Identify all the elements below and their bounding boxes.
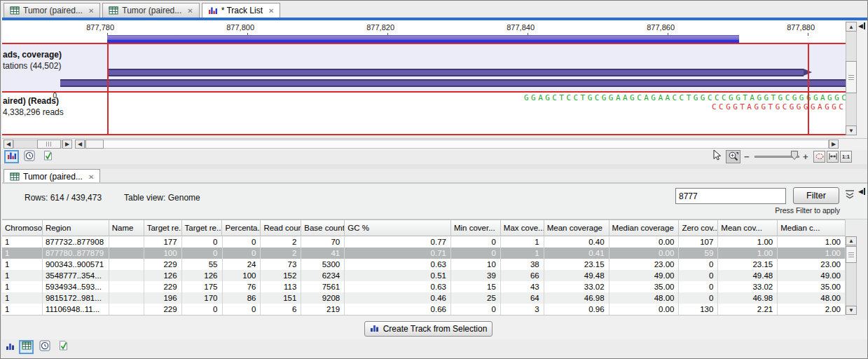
- ruler-tick-label: 877,860: [619, 23, 675, 32]
- table-row[interactable]: 1900343..90057122955247353000.63103823.1…: [2, 259, 846, 270]
- filter-options-icon: [844, 189, 855, 203]
- table-row[interactable]: 19815172..981...1961708615192080.4625644…: [2, 292, 846, 304]
- read-sequence-forward[interactable]: GGAGCTCCTGCGGAAGCAGAACCTGGCCCGGTAGGTGCGG…: [524, 93, 848, 102]
- close-icon[interactable]: ✕: [88, 173, 94, 181]
- table-cell: 48.00: [778, 292, 846, 304]
- filter-button[interactable]: Filter: [793, 187, 839, 204]
- column-header[interactable]: GC %: [345, 219, 451, 236]
- table-cell: 1: [2, 281, 43, 292]
- table-cell: 229: [144, 304, 182, 315]
- table-row[interactable]: 1877732..877908177002700.77010.400.00107…: [2, 236, 846, 248]
- tab-tumor-table-3[interactable]: Tumor (paired...✕: [4, 169, 100, 184]
- column-header[interactable]: Mean cov...: [718, 219, 778, 236]
- scrollbar-thumb[interactable]: [37, 140, 61, 149]
- track-view-button[interactable]: [4, 150, 19, 163]
- column-header[interactable]: Mean coverage: [544, 219, 609, 236]
- read-sequence-reverse[interactable]: CCGGTAGGTGCGGGGAGGC: [712, 102, 846, 111]
- scrollbar-thumb[interactable]: [846, 61, 857, 93]
- table-cell: 11106948..11...: [43, 304, 109, 315]
- table-cell: 0.46: [345, 292, 451, 304]
- close-icon[interactable]: ✕: [187, 7, 193, 15]
- scroll-up-button[interactable]: ▲: [846, 236, 857, 245]
- history-view-button[interactable]: [23, 151, 36, 163]
- scroll-right-button[interactable]: ▶: [829, 140, 839, 149]
- track-view-button[interactable]: [5, 342, 15, 352]
- column-header[interactable]: Zero cov...: [679, 219, 718, 236]
- zoom-to-selection-button[interactable]: [813, 151, 825, 163]
- tab-tumor-table-2[interactable]: Tumor (paired...✕: [102, 3, 199, 18]
- table-cell: 0: [182, 248, 223, 259]
- close-icon[interactable]: ✕: [88, 7, 94, 15]
- table-row[interactable]: 1877780..877879100002410.71010.410.00591…: [2, 248, 846, 259]
- note-check-icon: [42, 150, 53, 164]
- filter-options-button[interactable]: [843, 190, 856, 201]
- table-cell: 0.00: [609, 236, 680, 248]
- collapse-side-panel-button[interactable]: ◀: [858, 188, 865, 195]
- column-header[interactable]: Read count: [261, 219, 301, 236]
- column-header[interactable]: Name: [109, 219, 144, 236]
- column-header[interactable]: Max cove...: [501, 219, 544, 236]
- zoom-in-button[interactable]: +: [803, 151, 808, 162]
- tab-track-list[interactable]: * Track List✕: [202, 3, 281, 18]
- annotation-bar[interactable]: [107, 69, 804, 76]
- table-row[interactable]: 15934934..593...2291757611375610.6315433…: [2, 281, 846, 292]
- table-cell: 6234: [301, 270, 345, 281]
- table-cell: 177: [144, 236, 182, 248]
- one-to-one-zoom-button[interactable]: 1:1: [840, 151, 852, 163]
- table-row[interactable]: 13548777..354...12612610015262340.513966…: [2, 270, 846, 281]
- table-icon: [10, 6, 20, 15]
- fit-width-button[interactable]: [827, 151, 839, 163]
- table-cell: 46.98: [718, 292, 778, 304]
- table-row[interactable]: 111106948..11...2290062190.66030.960.001…: [2, 304, 846, 315]
- rows-count-label: Rows: 614 / 439,473: [25, 193, 102, 203]
- bottom-tab-bar: Tumor (paired...✕: [4, 169, 100, 184]
- scrollbar-thumb[interactable]: [85, 140, 104, 149]
- zoom-tool-button[interactable]: [726, 150, 740, 163]
- scroll-left-button[interactable]: ◀: [75, 140, 85, 149]
- annotation-bar[interactable]: [60, 79, 846, 87]
- scroll-left-button[interactable]: ◀: [4, 140, 13, 149]
- element-info-button[interactable]: [41, 151, 54, 163]
- column-header[interactable]: Target re...: [182, 219, 223, 236]
- ruler-tick-label: 877,880: [759, 23, 815, 32]
- collapse-side-panel-button[interactable]: ◀: [858, 22, 865, 29]
- table-view-button[interactable]: [19, 340, 34, 354]
- thumb-grip: [46, 142, 52, 147]
- ruler-tick-mark: [808, 33, 808, 36]
- table-cell: 196: [144, 292, 182, 304]
- scrollbar-track[interactable]: [85, 140, 829, 149]
- scroll-right-button[interactable]: ▶: [62, 140, 72, 149]
- column-header[interactable]: Min cover...: [451, 219, 501, 236]
- table-cell: 35.00: [778, 281, 846, 292]
- close-icon[interactable]: ✕: [268, 7, 274, 15]
- filter-hint-label: Press Filter to apply: [775, 206, 840, 215]
- selection-tool-button[interactable]: [711, 150, 722, 163]
- column-header[interactable]: Percenta...: [222, 219, 261, 236]
- column-header[interactable]: Target re...: [144, 219, 182, 236]
- tab-label: Tumor (paired...: [122, 6, 181, 15]
- column-header[interactable]: Base count: [301, 219, 345, 236]
- table-cell: 70: [301, 236, 345, 248]
- scroll-up-button[interactable]: ▲: [846, 22, 857, 32]
- selection-overview-bar[interactable]: [107, 35, 739, 43]
- history-view-button[interactable]: [39, 341, 51, 353]
- zoom-out-button[interactable]: −: [744, 151, 750, 162]
- create-track-from-selection-button[interactable]: Create Track from Selection: [364, 321, 492, 337]
- column-header[interactable]: Chromoso...: [2, 219, 43, 236]
- selection-line-bottom: [2, 134, 846, 135]
- tab-tumor-table-1[interactable]: Tumor (paired...✕: [4, 3, 100, 18]
- scrollbar-thumb[interactable]: [846, 246, 857, 263]
- column-header[interactable]: Median coverage: [609, 219, 680, 236]
- column-header[interactable]: Region: [43, 219, 109, 236]
- filter-input[interactable]: [675, 188, 786, 204]
- scroll-down-button[interactable]: ▼: [846, 126, 857, 135]
- panel-divider[interactable]: [1, 164, 868, 169]
- table-cell: 1.00: [718, 248, 778, 259]
- element-info-button[interactable]: [57, 341, 69, 353]
- scroll-down-button[interactable]: ▼: [846, 306, 857, 315]
- table-cell: 49.00: [609, 270, 680, 281]
- table-cell: 0.63: [345, 259, 451, 270]
- column-header[interactable]: Median c...: [778, 219, 846, 236]
- zoom-slider-thumb[interactable]: [791, 151, 798, 161]
- table-cell: 5934934..593...: [43, 281, 109, 292]
